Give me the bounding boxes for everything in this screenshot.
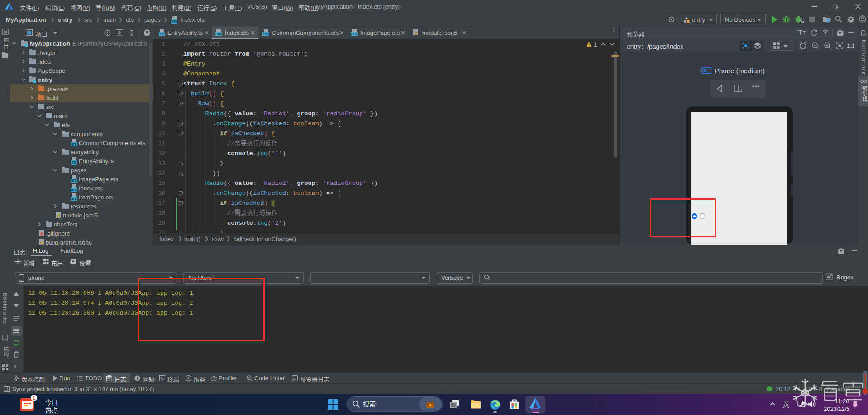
svg-text:T: T — [704, 69, 706, 73]
